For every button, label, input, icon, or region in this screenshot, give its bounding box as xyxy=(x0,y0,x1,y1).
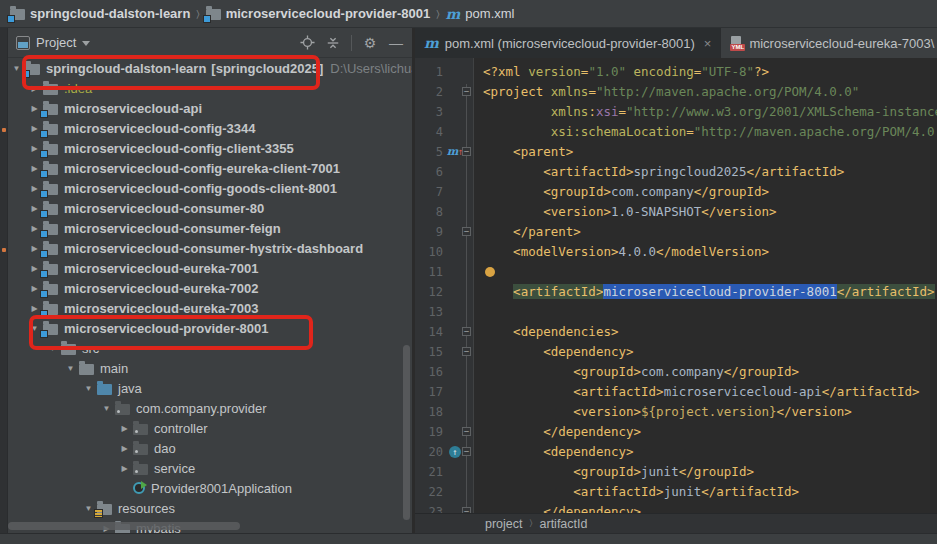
expanded-arrow-icon[interactable]: ▼ xyxy=(62,364,79,373)
fold-end-icon[interactable]: − xyxy=(462,227,471,236)
module-group-label: [springcloud2025] xyxy=(211,61,323,76)
tree-item[interactable]: ▶dao xyxy=(8,438,412,458)
locate-icon[interactable] xyxy=(297,33,317,53)
tree-item[interactable]: ▶controller xyxy=(8,418,412,438)
chevron-down-icon[interactable] xyxy=(82,41,90,46)
code-token: 1.0-SNAPSHOT xyxy=(611,204,701,219)
code-line[interactable]: 14− <dependencies> xyxy=(415,322,937,342)
line-number: 18 xyxy=(415,402,443,422)
tree-item[interactable]: ▶service xyxy=(8,458,412,478)
tree-item[interactable]: ▶.idea xyxy=(8,78,412,98)
tree-item[interactable]: ▶microservicecloud-config-client-3355 xyxy=(8,138,412,158)
tree-horizontal-scrollbar[interactable] xyxy=(8,522,240,530)
code-token: "http://www.w3.org/2001/XMLSchema-instan… xyxy=(626,104,937,119)
editor-tab[interactable]: YMLmicroservicecloud-eureka-7003\ xyxy=(721,28,937,58)
code-token: ${project.version} xyxy=(641,404,776,419)
expanded-arrow-icon[interactable]: ▼ xyxy=(44,344,61,353)
code-line[interactable]: 5m↑− <parent> xyxy=(415,142,937,162)
code-line[interactable]: 13 xyxy=(415,302,937,322)
code-line[interactable]: 3 xmlns:xsi="http://www.w3.org/2001/XMLS… xyxy=(415,102,937,122)
code-line[interactable]: 19− </dependency> xyxy=(415,422,937,442)
code-line[interactable]: 8 <version>1.0-SNAPSHOT</version> xyxy=(415,202,937,222)
tree-item[interactable]: ▶microservicecloud-eureka-7003 xyxy=(8,298,412,318)
breadcrumb-item[interactable]: mpom.xml xyxy=(446,6,515,21)
breadcrumb-item[interactable]: microservicecloud-provider-8001 xyxy=(206,6,430,21)
tree-item[interactable]: ▶microservicecloud-config-eureka-client-… xyxy=(8,158,412,178)
tree-item[interactable]: ▶microservicecloud-consumer-hystrix-dash… xyxy=(8,238,412,258)
collapsed-arrow-icon[interactable]: ▶ xyxy=(26,84,43,93)
tree-item[interactable]: ▶microservicecloud-eureka-7001 xyxy=(8,258,412,278)
code-line[interactable]: 12 <artifactId>microservicecloud-provide… xyxy=(415,282,937,302)
intention-bulb-icon[interactable] xyxy=(485,267,495,277)
breadcrumb-label: pom.xml xyxy=(465,6,514,21)
tree-item[interactable]: ▶microservicecloud-config-3344 xyxy=(8,118,412,138)
tree-item[interactable]: ▶microservicecloud-eureka-7002 xyxy=(8,278,412,298)
fold-open-icon[interactable]: − xyxy=(462,327,471,336)
xml-breadcrumb-item[interactable]: project xyxy=(485,517,523,531)
code-text: <project xmlns="http://maven.apache.org/… xyxy=(483,82,859,102)
fold-open-icon[interactable]: − xyxy=(462,87,471,96)
code-line[interactable]: 11 xyxy=(415,262,937,282)
code-line[interactable]: 9− </parent> xyxy=(415,222,937,242)
code-line[interactable]: 20↑− <dependency> xyxy=(415,442,937,462)
code-line[interactable]: 1<?xml version="1.0" encoding="UTF-8"?> xyxy=(415,62,937,82)
collapsed-arrow-icon[interactable]: ▶ xyxy=(116,424,133,433)
code-line[interactable]: 16 <groupId>com.company</groupId> xyxy=(415,362,937,382)
code-token: "UTF-8" xyxy=(701,64,754,79)
code-line[interactable]: 7 <groupId>com.company</groupId> xyxy=(415,182,937,202)
code-editor[interactable]: 1<?xml version="1.0" encoding="UTF-8"?>2… xyxy=(415,58,937,514)
tree-item-label: microservicecloud-eureka-7003 xyxy=(64,301,258,316)
code-token xyxy=(483,164,543,179)
code-line[interactable]: 17 <artifactId>microservicecloud-api</ar… xyxy=(415,382,937,402)
tree-item[interactable]: Provider8001Application xyxy=(8,478,412,498)
fold-end-icon[interactable]: − xyxy=(462,427,471,436)
tree-item-label: microservicecloud-provider-8001 xyxy=(64,321,268,336)
code-line[interactable]: 21 <groupId>junit</groupId> xyxy=(415,462,937,482)
tree-item[interactable]: ▶microservicecloud-api xyxy=(8,98,412,118)
tree-item[interactable]: ▼src xyxy=(8,338,412,358)
tree-item-label: microservicecloud-eureka-7001 xyxy=(64,261,258,276)
code-token: junit xyxy=(664,484,702,499)
tree-item[interactable]: ▼springcloud-dalston-learn[springcloud20… xyxy=(8,58,412,78)
collapsed-arrow-icon[interactable]: ▶ xyxy=(116,444,133,453)
fold-open-icon[interactable]: − xyxy=(462,447,471,456)
settings-icon[interactable]: ⚙ xyxy=(360,33,380,53)
project-panel-title[interactable]: Project xyxy=(36,35,76,50)
tree-item[interactable]: ▶microservicecloud-config-goods-client-8… xyxy=(8,178,412,198)
code-line[interactable]: 10 <modelVersion>4.0.0</modelVersion> xyxy=(415,242,937,262)
hide-icon[interactable]: — xyxy=(386,33,406,53)
editor-tab[interactable]: mpom.xml (microservicecloud-provider-800… xyxy=(415,28,721,58)
fold-open-icon[interactable]: − xyxy=(462,347,471,356)
tree-item[interactable]: ▼java xyxy=(8,378,412,398)
code-token: <artifactId> xyxy=(573,484,663,499)
expanded-arrow-icon[interactable]: ▼ xyxy=(80,384,97,393)
code-token: <version> xyxy=(573,404,641,419)
collapse-all-icon[interactable] xyxy=(323,33,343,53)
navigation-breadcrumb-bar: springcloud-dalston-learn〉microservicecl… xyxy=(0,0,937,28)
code-token: <dependency> xyxy=(543,444,633,459)
tree-item[interactable]: ▼com.company.provider xyxy=(8,398,412,418)
tree-item[interactable]: ▶microservicecloud-consumer-80 xyxy=(8,198,412,218)
expanded-arrow-icon[interactable]: ▼ xyxy=(98,404,115,413)
xml-breadcrumb-item[interactable]: artifactId xyxy=(540,517,588,531)
tree-item[interactable]: ▶microservicecloud-consumer-feign xyxy=(8,218,412,238)
breadcrumb-item[interactable]: springcloud-dalston-learn xyxy=(10,6,190,21)
module-folder-icon xyxy=(43,324,58,335)
tree-item-label: springcloud-dalston-learn xyxy=(46,61,206,76)
code-line[interactable]: 4 xsi:schemaLocation="http://maven.apach… xyxy=(415,122,937,142)
tree-vertical-scrollbar[interactable] xyxy=(403,345,410,520)
tree-item[interactable]: ▼resources xyxy=(8,498,412,518)
code-line[interactable]: 22 <artifactId>junit</artifactId> xyxy=(415,482,937,502)
tree-item[interactable]: ▼main xyxy=(8,358,412,378)
code-line[interactable]: 6 <artifactId>springcloud2025</artifactI… xyxy=(415,162,937,182)
collapsed-arrow-icon[interactable]: ▶ xyxy=(116,464,133,473)
code-token xyxy=(483,364,573,379)
code-line[interactable]: 2−<project xmlns="http://maven.apache.or… xyxy=(415,82,937,102)
fold-open-icon[interactable]: − xyxy=(462,147,471,156)
code-line[interactable]: 18 <version>${project.version}</version> xyxy=(415,402,937,422)
close-icon[interactable]: × xyxy=(704,36,712,51)
tree-item[interactable]: ▼microservicecloud-provider-8001 xyxy=(8,318,412,338)
tool-window-stripe[interactable] xyxy=(0,28,8,544)
code-token: <project xyxy=(483,84,551,99)
code-line[interactable]: 15− <dependency> xyxy=(415,342,937,362)
